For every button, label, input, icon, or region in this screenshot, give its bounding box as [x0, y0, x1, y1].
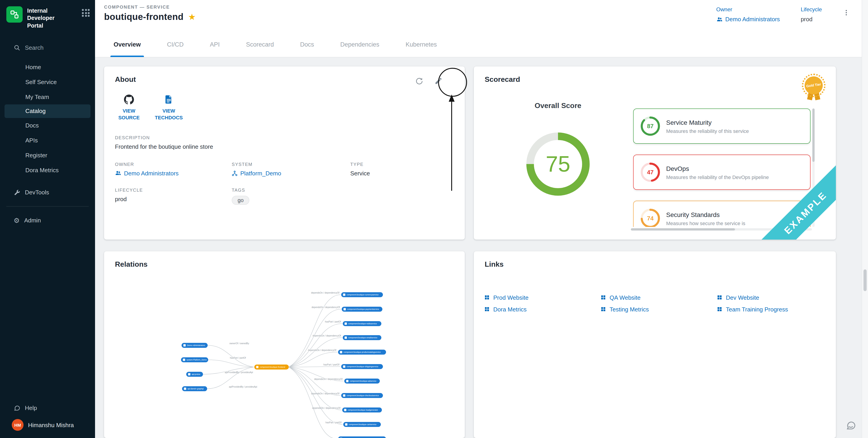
- tab-dependencies[interactable]: Dependencies: [331, 32, 389, 57]
- relation-node-label: component:boutique-paymentservice: [347, 308, 379, 310]
- view-techdocs-link[interactable]: VIEW TECHDOCS: [155, 95, 183, 122]
- page-scrollbar[interactable]: [862, 0, 868, 438]
- view-source-link[interactable]: VIEW SOURCE: [115, 95, 143, 122]
- overall-score-label: Overall Score: [499, 102, 617, 110]
- relation-node-icon: [343, 366, 345, 368]
- relation-edge-label: dependsOn / dependencyOf: [312, 306, 340, 308]
- sidebar-search[interactable]: Search: [0, 40, 95, 55]
- relation-node-label: system:Platform_Demo: [186, 359, 207, 361]
- scorecard-checks-list: 87 Service Maturity Measures the reliabi…: [633, 108, 810, 227]
- lifecycle-value: prod: [801, 16, 822, 23]
- sidebar-item-apis[interactable]: APIs: [0, 133, 95, 148]
- tab-docs[interactable]: Docs: [290, 32, 323, 57]
- relation-node-icon: [345, 423, 347, 426]
- grid-link-icon: [600, 306, 606, 312]
- sidebar-item-devtools[interactable]: DevTools: [0, 185, 95, 200]
- favorite-star-icon[interactable]: ★: [188, 13, 196, 21]
- owner-link[interactable]: Demo Administrators: [716, 16, 780, 23]
- relation-edge: [208, 345, 254, 367]
- tab-api[interactable]: API: [200, 32, 229, 57]
- portal-title: Internal Developer Portal: [27, 6, 69, 29]
- sidebar-item-home[interactable]: Home: [0, 60, 95, 75]
- relation-node-icon: [343, 394, 345, 397]
- system-field-value: Platform_Demo: [240, 170, 281, 177]
- relations-graph[interactable]: ownerOf / ownedByhasPart / partOfapiProv…: [104, 271, 465, 438]
- relation-edge-label: dependsOn / dependencyOf: [314, 378, 343, 380]
- sidebar-help[interactable]: Help: [0, 401, 95, 415]
- sidebar-item-catalog[interactable]: Catalog: [4, 104, 91, 118]
- portal-logo-icon: [9, 9, 20, 20]
- user-name: Himanshu Mishra: [28, 422, 74, 428]
- portal-logo[interactable]: [6, 6, 23, 23]
- link-label: Dora Metrics: [493, 306, 527, 312]
- tab-kubernetes[interactable]: Kubernetes: [396, 32, 446, 57]
- relation-edge: [289, 295, 341, 367]
- links-grid: Prod Website QA Website Dev Website Dora…: [474, 294, 836, 313]
- sidebar-item-self-service[interactable]: Self Service: [0, 75, 95, 90]
- sidebar-item-label: Catalog: [25, 108, 46, 114]
- check-devops[interactable]: 47 DevOps Measures the reliability of th…: [633, 155, 810, 190]
- chat-widget-icon[interactable]: [845, 420, 856, 433]
- tab-scorecard[interactable]: Scorecard: [237, 32, 283, 57]
- overall-score-block: Overall Score 75: [499, 102, 617, 206]
- check-name: DevOps: [666, 165, 769, 172]
- relation-edge-label: dependsOn / dependencyOf: [308, 349, 336, 351]
- sidebar-item-docs[interactable]: Docs: [0, 118, 95, 133]
- grid-link-icon: [600, 295, 606, 300]
- refresh-icon[interactable]: [415, 77, 424, 86]
- tab-cicd[interactable]: CI/CD: [157, 32, 193, 57]
- apps-grid-icon[interactable]: [82, 9, 90, 17]
- sidebar-item-register[interactable]: Register: [0, 148, 95, 163]
- check-service-maturity[interactable]: 87 Service Maturity Measures the reliabi…: [633, 108, 810, 144]
- relation-edge-label: hasPart / partOf: [325, 321, 341, 323]
- sidebar-item-admin[interactable]: ⚙ Admin: [0, 213, 95, 228]
- link-dora-metrics[interactable]: Dora Metrics: [484, 306, 600, 313]
- link-team-training-progress[interactable]: Team Training Progress: [717, 306, 825, 313]
- entity-header-left: COMPONENT — SERVICE boutique-frontend ★: [104, 4, 196, 22]
- link-testing-metrics[interactable]: Testing Metrics: [600, 306, 717, 313]
- grid-link-icon: [717, 295, 722, 300]
- kebab-menu-icon[interactable]: [843, 6, 850, 18]
- owner-field-link[interactable]: Demo Administrators: [115, 170, 232, 177]
- tag-chip[interactable]: go: [232, 196, 250, 205]
- system-field-link[interactable]: Platform_Demo: [232, 170, 350, 177]
- relation-node-icon: [184, 388, 186, 390]
- relation-node-label: component:boutique-adservice: [350, 380, 376, 382]
- relation-node-label: component:boutique-emailservice: [348, 337, 377, 339]
- sidebar-item-my-team[interactable]: My Team: [0, 90, 95, 104]
- check-description: Measures how secure the service is: [666, 221, 745, 226]
- sidebar-item-dora-metrics[interactable]: Dora Metrics: [0, 163, 95, 178]
- view-techdocs-label: VIEW TECHDOCS: [155, 108, 183, 122]
- link-qa-website[interactable]: QA Website: [600, 294, 717, 301]
- relation-node-label: component:boutique-loadgenerator: [347, 409, 378, 411]
- sidebar-item-label: Home: [25, 64, 41, 70]
- relation-edge-label: hasPart / partOf: [230, 357, 246, 359]
- relation-edge: [289, 367, 341, 396]
- tab-overview[interactable]: Overview: [104, 32, 150, 57]
- relation-node-label: component:boutique-shippingservice: [347, 366, 378, 368]
- svg-text:74: 74: [647, 215, 654, 222]
- link-dev-website[interactable]: Dev Website: [717, 294, 825, 301]
- links-card: Links Prod Website QA Website Dev Websit…: [474, 251, 836, 438]
- field-tags: TAGS go: [232, 188, 350, 205]
- relations-title: Relations: [104, 251, 465, 269]
- relation-node-icon: [188, 373, 190, 375]
- description-value: Frontend for the boutique online store: [115, 143, 454, 150]
- wrench-icon: [13, 189, 20, 196]
- page-scrollbar-thumb[interactable]: [864, 269, 867, 291]
- check-name: Service Maturity: [666, 119, 749, 126]
- breadcrumb: COMPONENT — SERVICE: [104, 4, 196, 9]
- edit-icon[interactable]: [434, 77, 443, 86]
- relation-node-icon: [183, 359, 185, 361]
- owner-group: Owner Demo Administrators: [716, 6, 780, 23]
- overview-content: About: [95, 57, 868, 438]
- field-type: TYPE Service: [350, 162, 454, 177]
- link-prod-website[interactable]: Prod Website: [484, 294, 600, 301]
- scorecard-card: Scorecard Gold Tier Overall Score 75: [474, 66, 836, 240]
- user-menu[interactable]: HM Himanshu Mishra: [0, 415, 95, 433]
- sidebar-item-label: APIs: [25, 137, 38, 144]
- field-lifecycle: LIFECYCLE prod: [115, 188, 232, 205]
- lifecycle-field-value: prod: [115, 196, 232, 202]
- owner-value: Demo Administrators: [725, 16, 780, 23]
- relation-node-label: api:protos: [192, 373, 200, 375]
